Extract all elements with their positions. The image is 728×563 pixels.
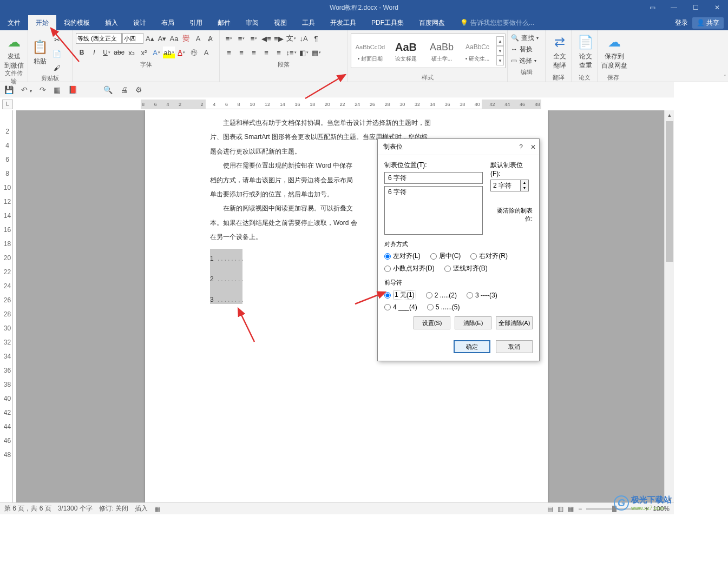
superscript-button[interactable]: x² <box>138 47 150 58</box>
view-read-button[interactable]: ▤ <box>547 505 553 513</box>
bold-button[interactable]: B <box>76 47 88 58</box>
ribbon-options-icon[interactable]: ▭ <box>641 0 663 15</box>
underline-button[interactable]: U <box>101 47 113 58</box>
tab-home[interactable]: 开始 <box>28 15 56 30</box>
list-num[interactable]: 3 <box>210 293 218 307</box>
minimize-button[interactable]: — <box>663 0 685 15</box>
align-center-radio[interactable]: 居中(C) <box>430 251 461 261</box>
distribute-button[interactable]: ≡ <box>273 47 285 58</box>
grow-font-button[interactable]: A▴ <box>144 32 155 44</box>
paste-button[interactable]: 📋 粘贴 <box>30 31 50 72</box>
tab-insert[interactable]: 插入 <box>97 15 126 30</box>
leader-3-radio[interactable]: 3 ----(3) <box>467 290 497 300</box>
qat-save-button[interactable]: 💾 <box>4 85 14 94</box>
tab-baidu[interactable]: 百度网盘 <box>411 15 452 30</box>
dialog-close-button[interactable]: ✕ <box>530 143 536 151</box>
highlight-button[interactable]: ab <box>163 47 175 58</box>
tell-me-search[interactable]: 💡告诉我您想要做什么... <box>460 18 534 28</box>
format-painter-button[interactable]: 🖌 <box>51 62 63 74</box>
tab-review[interactable]: 审阅 <box>238 15 266 30</box>
ruler-corner[interactable]: L <box>2 100 13 109</box>
style-grad[interactable]: AaBbCc• 研究生... <box>460 35 495 67</box>
qat-undo-button[interactable]: ↶ ▾ <box>21 85 32 94</box>
qat-btn8[interactable]: ⚙ <box>135 85 142 94</box>
login-button[interactable]: 登录 <box>675 18 688 28</box>
gallery-more[interactable]: ▼ <box>496 56 504 65</box>
qat-btn5[interactable]: 📕 <box>68 85 77 94</box>
dialog-title-bar[interactable]: 制表位 ? ✕ <box>378 139 539 155</box>
justify-button[interactable]: ≡ <box>260 47 272 58</box>
tab-reference[interactable]: 引用 <box>182 15 210 30</box>
styles-gallery[interactable]: AaBbCcDd• 封面日期 AaB论文标题 AaBb硕士学... AaBbCc… <box>351 34 506 68</box>
translate-button[interactable]: ⇄ 全文翻译 <box>548 31 572 72</box>
tab-file[interactable]: 文件 <box>0 15 28 30</box>
strikethrough-button[interactable]: abc <box>113 47 125 58</box>
sort-button[interactable]: ↓A <box>298 32 310 44</box>
thesis-check-button[interactable]: 📄 论文查重 <box>574 31 598 72</box>
style-thesis-title[interactable]: AaB论文标题 <box>388 35 424 67</box>
decrease-indent-button[interactable]: ◀≡ <box>260 32 272 44</box>
spin-up[interactable]: ▲ <box>521 180 528 186</box>
leader-2-radio[interactable]: 2 .....(2) <box>426 290 457 300</box>
tab-templates[interactable]: 我的模板 <box>56 15 97 30</box>
tab-position-input[interactable] <box>384 172 483 184</box>
style-master[interactable]: AaBb硕士学... <box>424 35 460 67</box>
send-to-wechat-button[interactable]: ☁ 发送到微信 <box>2 31 26 72</box>
save-baidu-button[interactable]: ☁ 保存到百度网盘 <box>600 31 629 72</box>
style-cover-date[interactable]: AaBbCcDd• 封面日期 <box>352 35 388 67</box>
align-right-button[interactable]: ≡ <box>248 47 260 58</box>
tab-layout[interactable]: 布局 <box>154 15 182 30</box>
leader-1-radio[interactable]: 1 无(1) <box>384 290 416 300</box>
change-case-button[interactable]: Aa <box>168 32 180 44</box>
ribbon-collapse-button[interactable]: ˇ <box>724 75 726 81</box>
italic-button[interactable]: I <box>88 47 100 58</box>
align-left-radio[interactable]: 左对齐(L) <box>384 251 421 261</box>
maximize-button[interactable]: ☐ <box>685 0 706 15</box>
default-tab-input[interactable] <box>490 180 521 191</box>
clear-tab-button[interactable]: 清除(E) <box>455 316 491 329</box>
spin-down[interactable]: ▼ <box>521 186 528 191</box>
multilevel-button[interactable]: ≡ <box>248 32 260 44</box>
vertical-ruler[interactable]: 2468101214161820222426283032343638404244… <box>2 110 13 504</box>
align-right-radio[interactable]: 右对齐(R) <box>470 251 508 261</box>
copy-button[interactable]: 📄 <box>51 48 63 59</box>
ok-button[interactable]: 确定 <box>454 340 490 353</box>
increase-indent-button[interactable]: ≡▶ <box>273 32 285 44</box>
tab-devtools[interactable]: 开发工具 <box>323 15 364 30</box>
view-web-button[interactable]: ▦ <box>568 505 574 513</box>
tab-tools[interactable]: 工具 <box>294 15 323 30</box>
tab-pdf[interactable]: PDF工具集 <box>364 15 411 30</box>
text-effects-button[interactable]: A <box>150 47 162 58</box>
body-text[interactable]: 主题和样式也有助于文档保持协调。当您单击设计并选择新的主题时，图 <box>210 116 483 130</box>
numbering-button[interactable]: ≡ <box>235 32 247 44</box>
align-center-button[interactable]: ≡ <box>235 47 247 58</box>
char-shading-button[interactable]: A <box>200 47 212 58</box>
char-border-button[interactable]: A <box>192 32 204 44</box>
dialog-help-button[interactable]: ? <box>519 143 523 151</box>
phonetic-guide-button[interactable]: 變 <box>180 32 192 44</box>
shading-button[interactable]: ◧ <box>298 47 310 58</box>
tab-mail[interactable]: 邮件 <box>210 15 238 30</box>
leader-5-radio[interactable]: 5 ......(5) <box>427 303 460 311</box>
align-bar-radio[interactable]: 竖线对齐(B) <box>444 264 488 273</box>
track-changes-status[interactable]: 修订: 关闭 <box>99 504 129 513</box>
leader-4-radio[interactable]: 4 ___(4) <box>384 303 417 311</box>
show-marks-button[interactable]: ¶ <box>310 32 322 44</box>
clear-format-button[interactable]: A̷ <box>205 32 216 44</box>
font-name-dropdown[interactable]: 等线 (西文正文 <box>76 33 122 44</box>
align-decimal-radio[interactable]: 小数点对齐(D) <box>384 264 435 273</box>
qat-zoom-button[interactable]: 🔍 <box>103 85 113 94</box>
find-button[interactable]: 🔍查找 ▾ <box>511 32 542 43</box>
font-color-button[interactable]: A <box>175 47 187 58</box>
qat-print-button[interactable]: 🖨 <box>120 85 128 94</box>
tab-view[interactable]: 视图 <box>266 15 294 30</box>
set-tab-button[interactable]: 设置(S) <box>414 316 450 329</box>
close-window-button[interactable]: ✕ <box>706 0 728 15</box>
macro-icon[interactable]: ▦ <box>154 505 160 513</box>
font-size-dropdown[interactable]: 小四 <box>122 33 143 44</box>
borders-button[interactable]: ▦ <box>310 47 322 58</box>
qat-btn4[interactable]: ▦ <box>54 85 61 94</box>
cancel-button[interactable]: 取消 <box>496 340 533 353</box>
asian-layout-button[interactable]: 文 <box>285 32 297 44</box>
scroll-thumb[interactable] <box>666 121 673 262</box>
